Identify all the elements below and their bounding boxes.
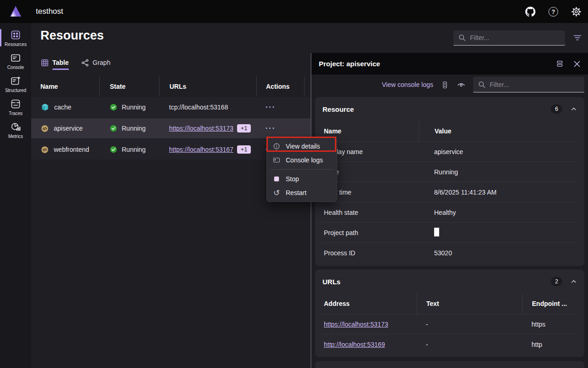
top-bar: testhost ? (0, 0, 588, 23)
sidebar-item-structured[interactable]: Structured (0, 73, 31, 95)
stop-square-icon (272, 175, 281, 183)
close-icon[interactable] (573, 60, 581, 68)
tab-graph[interactable]: Graph (81, 57, 111, 68)
url-address-link[interactable]: http://localhost:53169 (324, 341, 385, 348)
details-panel-toolbar: View console logs (311, 75, 588, 95)
property-value: 53020 (419, 249, 578, 257)
endpoint-url-link[interactable]: https://localhost:53173 (169, 125, 233, 132)
resource-name: apiservice (54, 125, 83, 132)
state-label: Running (122, 125, 146, 132)
view-console-logs-link[interactable]: View console logs (382, 81, 433, 88)
url-row[interactable]: http://localhost:53169 - http (322, 334, 578, 354)
property-name: Project path (322, 229, 419, 236)
state-label: Running (122, 146, 146, 153)
section-title: Resource (322, 105, 551, 113)
row-actions-button[interactable]: ··· (266, 103, 276, 111)
sidebar-item-metrics[interactable]: Metrics (0, 119, 31, 141)
chart-pie-bars-icon (10, 121, 21, 132)
filter-funnel-icon[interactable] (573, 33, 582, 42)
document-list-icon[interactable] (441, 80, 449, 89)
property-value: 8/6/2025 11:41:23 AM (419, 189, 578, 196)
url-row[interactable]: https://localhost:53173 - https (322, 314, 578, 334)
url-text: - (417, 341, 522, 348)
sidebar-item-label: Resources (5, 42, 27, 47)
column-header-text: Text (417, 293, 522, 314)
column-header-endpoint: Endpoint ... (522, 293, 578, 314)
extra-urls-badge[interactable]: +1 (237, 124, 251, 132)
property-row-health-state[interactable]: Health state Healthy (322, 202, 578, 222)
column-header-actions[interactable]: Actions (256, 76, 305, 96)
property-row-process-id[interactable]: Process ID 53020 (322, 242, 578, 263)
help-icon[interactable]: ? (548, 7, 558, 17)
sidebar-item-console[interactable]: Console (0, 50, 31, 72)
resources-table-header: Name State URLs Actions (31, 76, 311, 96)
settings-gear-icon[interactable] (571, 6, 582, 17)
extra-urls-badge[interactable]: +1 (237, 145, 251, 154)
property-row-state[interactable]: State Running (322, 161, 578, 182)
property-row-project-path[interactable]: Project path (322, 222, 578, 242)
column-header-state[interactable]: State (99, 76, 159, 96)
aspire-logo[interactable] (0, 5, 31, 18)
sidebar-item-label: Structured (5, 88, 26, 93)
details-panel-header: Project: apiservice (311, 53, 588, 75)
state-label: Running (122, 104, 146, 111)
column-header-urls[interactable]: URLs (159, 76, 256, 96)
app-title: testhost (36, 7, 63, 16)
column-header-value: Value (419, 121, 578, 141)
section-count-badge: 6 (551, 104, 562, 114)
property-name: Process ID (322, 249, 419, 257)
table-row-cache[interactable]: cache Running tcp://localhost:53168 ··· (31, 96, 311, 117)
menu-item-restart[interactable]: ↺ Restart (267, 186, 337, 200)
share-network-icon (81, 58, 90, 67)
console-window-icon (272, 156, 281, 164)
menu-item-label: Restart (286, 189, 306, 196)
column-header-address: Address (322, 300, 417, 307)
property-value: apiservice (419, 148, 578, 155)
resources-grid-icon (10, 29, 21, 40)
menu-item-view-details[interactable]: View details (267, 139, 337, 153)
resources-filter-input[interactable] (470, 34, 560, 41)
row-actions-button[interactable]: ··· (266, 124, 276, 132)
details-filter-input[interactable] (490, 81, 580, 88)
eye-icon[interactable] (457, 80, 466, 89)
sidebar-item-label: Metrics (8, 134, 23, 139)
property-name: Health state (322, 209, 419, 216)
resources-filter-box[interactable] (453, 30, 565, 46)
url-endpoint: https (522, 321, 578, 328)
question-mark-glyph: ? (548, 7, 558, 17)
restart-arrow-icon: ↺ (272, 188, 281, 198)
property-value: Healthy (419, 209, 578, 216)
table-grid-icon (40, 58, 49, 67)
split-panel-icon[interactable] (555, 59, 564, 68)
endpoint-url-text: tcp://localhost:53168 (169, 104, 228, 111)
github-icon[interactable] (525, 6, 536, 17)
menu-item-label: Console logs (286, 156, 323, 164)
masked-value-block (434, 228, 439, 236)
page-title: Resources (40, 29, 104, 43)
urls-card: URLs 2 Address Text Endpoint ... https:/… (315, 270, 584, 357)
section-count-badge: 2 (551, 277, 562, 286)
url-text: - (417, 321, 522, 328)
menu-item-stop[interactable]: Stop (267, 172, 337, 186)
resource-properties-card: Resource 6 Name Value Display name apise… (315, 97, 584, 266)
property-row-display-name[interactable]: Display name apiservice (322, 141, 578, 161)
column-header-name[interactable]: Name (31, 76, 99, 96)
details-filter-box[interactable] (473, 77, 584, 92)
menu-item-label: View details (286, 143, 320, 150)
url-address-link[interactable]: https://localhost:53173 (324, 321, 388, 328)
sidebar-item-traces[interactable]: Traces (0, 96, 31, 118)
chevron-up-icon[interactable] (571, 278, 577, 285)
sidebar-item-resources[interactable]: Resources (0, 27, 31, 49)
tab-table[interactable]: Table (40, 57, 69, 68)
menu-divider (271, 169, 333, 170)
resource-details-panel: Project: apiservice View console logs (311, 53, 588, 368)
menu-item-console-logs[interactable]: Console logs (267, 153, 337, 167)
table-row-apiservice[interactable]: apiservice Running https://localhost:531… (31, 117, 311, 138)
property-value: Running (419, 168, 578, 176)
endpoint-url-link[interactable]: https://localhost:53167 (169, 146, 233, 153)
urls-table-header: Address Text Endpoint ... (322, 293, 578, 314)
sidebar-item-label: Traces (9, 111, 23, 116)
container-cube-icon (40, 103, 50, 112)
chevron-up-icon[interactable] (571, 106, 577, 112)
property-row-start-time[interactable]: Start time 8/6/2025 11:41:23 AM (322, 182, 578, 202)
